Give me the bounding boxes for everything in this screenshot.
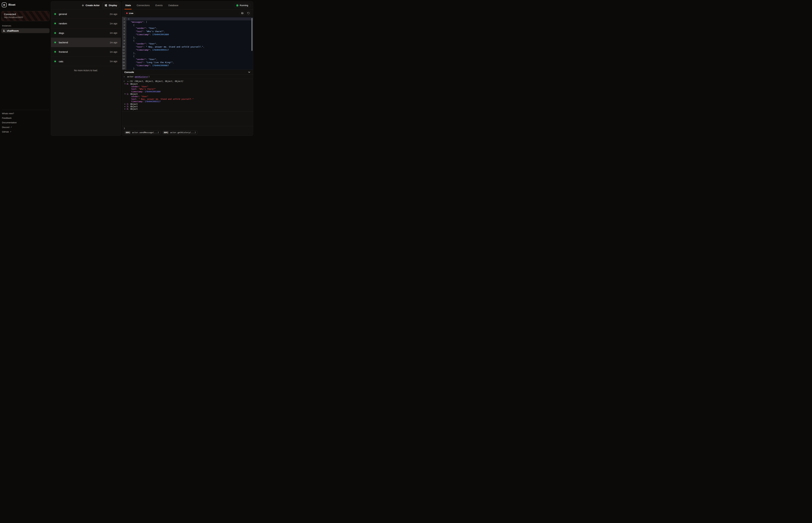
gutter-line-number: 17 bbox=[122, 67, 126, 70]
footer-link-github[interactable]: GitHub↗ bbox=[2, 130, 49, 134]
app-title: Rivet bbox=[8, 3, 15, 6]
console-object-row[interactable]: ▶4: Object bbox=[122, 108, 253, 110]
editor-line[interactable]: "text": " Nay, answer me. Stand and unfo… bbox=[126, 45, 253, 48]
gutter-line-number[interactable]: 2› bbox=[122, 20, 126, 23]
tab-events[interactable]: Events bbox=[155, 1, 163, 9]
editor-line[interactable]: "sender": "User", bbox=[126, 58, 253, 61]
editor-line[interactable]: "timestamp": 1764043999867 bbox=[126, 64, 253, 67]
editor-line[interactable]: }, bbox=[126, 52, 253, 55]
save-icon bbox=[241, 12, 244, 15]
rotate-ccw-icon bbox=[247, 12, 250, 15]
editor-line[interactable]: { bbox=[126, 55, 253, 58]
external-link-icon: ↗ bbox=[10, 131, 11, 133]
display-button[interactable]: Display bbox=[102, 3, 119, 8]
footer-link-discord[interactable]: Discord↗ bbox=[2, 125, 49, 129]
editor-line[interactable]: "text": "Who’s there?", bbox=[126, 30, 253, 33]
console-object-row[interactable]: ▶2: Object bbox=[122, 103, 253, 105]
actor-status-dot-icon bbox=[54, 23, 56, 24]
gutter-line-number[interactable]: 13› bbox=[122, 55, 126, 58]
inspector-panel: StateConnectionsEventsDatabase Running L… bbox=[122, 1, 253, 136]
console-input[interactable]: ❯ bbox=[122, 126, 253, 130]
gutter-line-number[interactable]: 8› bbox=[122, 39, 126, 42]
console-object-row[interactable]: ▶3: Object bbox=[122, 105, 253, 108]
create-actor-button[interactable]: Create Actor bbox=[80, 3, 102, 8]
connection-url: http://localhost:6420 bbox=[4, 16, 47, 18]
actor-name: general bbox=[59, 13, 110, 15]
console-object-row[interactable]: ▼0: Object bbox=[122, 83, 253, 85]
running-dot-icon bbox=[237, 5, 238, 6]
fold-chevron-icon: › bbox=[124, 25, 126, 25]
console-output: ❮▼(5) [Object, Object, Object, Object, O… bbox=[122, 79, 253, 112]
sidebar-item-instance[interactable]: chatRoom bbox=[1, 28, 50, 33]
state-json-editor[interactable]: 1›2›3›45678›910111213›14151617 { "messag… bbox=[122, 17, 253, 70]
footer-link-feedback[interactable]: Feedback bbox=[2, 116, 49, 120]
rivet-logo-icon: R bbox=[2, 2, 7, 7]
editor-line[interactable]: "text": "Long live the King!", bbox=[126, 61, 253, 64]
actors-list: general2m agorandom1m agodogs1m agobacke… bbox=[51, 10, 121, 66]
collapse-triangle-icon: ▶ bbox=[124, 108, 127, 110]
sidebar-footer: Whats new?FeedbackDocumentationDiscord↗G… bbox=[2, 110, 49, 134]
actor-row[interactable]: general2m ago bbox=[51, 10, 121, 19]
actor-row[interactable]: backend1m ago bbox=[51, 38, 121, 47]
editor-line[interactable]: "messages": [ bbox=[126, 20, 253, 23]
footer-link-whats-new-[interactable]: Whats new? bbox=[2, 111, 49, 116]
gutter-line-number: 10 bbox=[122, 45, 126, 48]
fold-chevron-icon: › bbox=[124, 56, 126, 56]
tab-connections[interactable]: Connections bbox=[136, 1, 150, 9]
actor-status-dot-icon bbox=[54, 51, 56, 53]
actor-last-active: 1m ago bbox=[110, 32, 117, 34]
console-prop-row: text: " Nay, answer me. Stand and unfold… bbox=[122, 98, 253, 100]
actor-status-dot-icon bbox=[54, 32, 56, 34]
actor-name: cats bbox=[59, 60, 110, 63]
editor-line[interactable]: "sender": "User", bbox=[126, 26, 253, 30]
editor-line[interactable]: { bbox=[126, 39, 253, 42]
rpc-badge: RPC bbox=[125, 131, 131, 134]
gutter-line-number[interactable]: 3› bbox=[122, 23, 126, 26]
create-actor-label: Create Actor bbox=[86, 4, 100, 7]
fold-chevron-icon: › bbox=[124, 22, 126, 22]
actor-last-active: 1m ago bbox=[110, 60, 117, 62]
editor-line[interactable]: } bbox=[126, 67, 253, 70]
expand-triangle-icon: ▼ bbox=[124, 83, 127, 85]
collapse-triangle-icon: ▶ bbox=[124, 103, 127, 105]
tab-database[interactable]: Database bbox=[168, 1, 179, 9]
editor-line[interactable]: "timestamp": 1764043995517 bbox=[126, 48, 253, 51]
connection-status: Connected bbox=[4, 13, 47, 16]
footer-link-documentation[interactable]: Documentation bbox=[2, 120, 49, 125]
actor-name: random bbox=[59, 22, 110, 25]
expand-triangle-icon[interactable]: ▼ bbox=[127, 80, 129, 83]
console-prop-row: sender: "User" bbox=[122, 95, 253, 98]
gutter-line-number: 11 bbox=[122, 48, 126, 51]
editor-line[interactable]: { bbox=[126, 23, 253, 26]
display-label: Display bbox=[109, 4, 117, 7]
save-state-button[interactable] bbox=[240, 11, 245, 16]
editor-actions bbox=[240, 11, 251, 16]
console-header[interactable]: Console bbox=[122, 70, 253, 74]
revert-state-button[interactable] bbox=[246, 11, 251, 16]
editor-line[interactable]: }, bbox=[126, 36, 253, 39]
actor-row[interactable]: random1m ago bbox=[51, 19, 121, 28]
actor-name: dogs bbox=[59, 32, 110, 34]
gutter-line-number: 4 bbox=[122, 26, 126, 30]
sliders-icon bbox=[105, 4, 107, 7]
plus-icon bbox=[82, 4, 84, 7]
editor-line[interactable]: "sender": "User", bbox=[126, 42, 253, 45]
console-object-row[interactable]: ▼1: Object bbox=[122, 93, 253, 95]
editor-line[interactable]: "timestamp": 1764043991880 bbox=[126, 33, 253, 36]
gutter-line-number[interactable]: 1› bbox=[122, 17, 126, 20]
editor-scrollbar[interactable] bbox=[252, 18, 253, 51]
actor-row[interactable]: cats1m ago bbox=[51, 57, 121, 66]
fold-chevron-icon: › bbox=[124, 40, 126, 41]
rpc-shortcut-button[interactable]: RPCactor.sendMessage(...) bbox=[124, 131, 161, 134]
collapse-triangle-icon: ▶ bbox=[124, 105, 127, 108]
console-command-row: ❯actor.getHistory() bbox=[122, 74, 253, 79]
tab-state[interactable]: State bbox=[124, 1, 132, 9]
editor-line[interactable]: { bbox=[126, 17, 253, 20]
console-result-row: ❮▼(5) [Object, Object, Object, Object, O… bbox=[122, 80, 253, 83]
actor-row[interactable]: dogs1m ago bbox=[51, 29, 121, 38]
console-prop-row: text: "Who’s there?" bbox=[122, 88, 253, 90]
status-badge[interactable]: Running bbox=[234, 3, 250, 8]
rpc-shortcut-button[interactable]: RPCactor.getHistory(...) bbox=[162, 131, 197, 134]
actor-row[interactable]: frontend1m ago bbox=[51, 47, 121, 57]
live-badge[interactable]: Live bbox=[124, 11, 135, 15]
